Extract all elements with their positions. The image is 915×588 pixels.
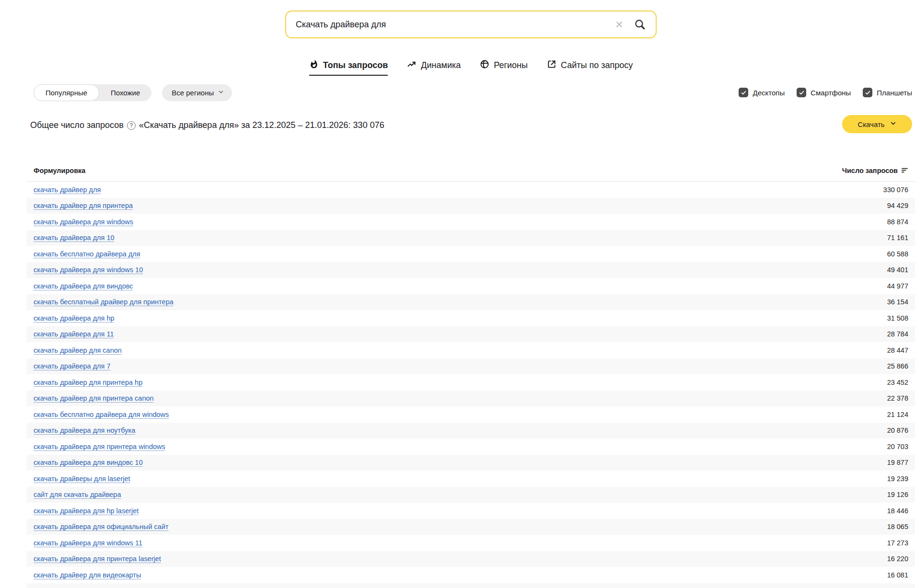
tab-top-queries[interactable]: Топы запросов (309, 59, 388, 76)
checkbox-desktops[interactable]: Десктопы (739, 88, 785, 97)
query-link[interactable]: скачать драйвера для windows 11 (34, 539, 142, 547)
table-row: скачать драйвера для windows 11 17 273 (26, 535, 915, 551)
clear-search-icon[interactable] (614, 20, 624, 29)
checkbox-checked-icon (863, 88, 872, 97)
total-queries-summary: Общее число запросов ? «Скачать драйвера… (30, 120, 384, 130)
table-row: скачать драйвера для принтера laserjet 1… (26, 551, 915, 567)
table-row: скачать драйвера для виндовс 10 19 877 (26, 455, 915, 471)
chevron-down-icon (218, 89, 224, 97)
search-input[interactable] (286, 20, 614, 30)
checkbox-checked-icon (797, 88, 806, 97)
queries-table: Формулировка Число запросов скачать драй… (26, 166, 915, 588)
query-link[interactable]: скачать драйвера для hp (34, 314, 115, 322)
tab-dynamics[interactable]: Динамика (407, 59, 461, 76)
query-count: 23 452 (887, 379, 908, 386)
query-link[interactable]: скачать драйвера для hp laserjet (34, 507, 139, 515)
checkbox-smartphones[interactable]: Смартфоны (797, 88, 851, 97)
query-link[interactable]: скачать драйвера для windows 10 (34, 266, 143, 274)
summary-rest: «Скачать драйвера для» за 23.12.2025 – 2… (139, 120, 384, 130)
column-header-count[interactable]: Число запросов (842, 166, 908, 175)
table-row: скачать драйвер для принтера hp 23 452 (26, 374, 915, 391)
tab-regions[interactable]: Регионы (480, 59, 528, 76)
query-link[interactable]: скачать драйвер для видеокарты (34, 571, 141, 579)
query-link[interactable]: скачать драйвер для принтера canon (34, 394, 154, 402)
help-icon[interactable]: ? (127, 121, 136, 130)
tab-label: Сайты по запросу (561, 60, 633, 70)
query-count: 31 508 (887, 314, 908, 322)
query-link[interactable]: скачать драйвера для виндовс 10 (34, 459, 143, 466)
query-type-segmented-control: Популярные Похожие (34, 84, 151, 101)
query-count: 49 401 (887, 266, 908, 274)
device-type-filters: Десктопы Смартфоны Планшеты (739, 88, 912, 97)
fire-icon (309, 59, 319, 71)
query-count: 36 154 (887, 298, 908, 306)
query-link[interactable]: скачать драйвера для 11 (34, 330, 114, 338)
table-row: скачать драйвера для windows 64 15 888 (26, 583, 915, 588)
query-link[interactable]: скачать драйвера для принтера laserjet (34, 555, 161, 563)
query-link[interactable]: скачать драйвера для windows (34, 218, 133, 226)
query-count: 25 866 (887, 362, 908, 370)
query-count: 28 447 (887, 346, 908, 354)
table-row: скачать драйвера для windows 88 874 (26, 214, 915, 230)
query-count: 20 876 (887, 427, 908, 434)
query-link[interactable]: скачать драйвера для принтера windows (34, 443, 165, 450)
query-link[interactable]: скачать драйвера для 7 (34, 362, 111, 370)
tab-sites-by-query[interactable]: Сайты по запросу (547, 59, 633, 76)
tab-label: Динамика (421, 60, 461, 70)
segment-popular[interactable]: Популярные (34, 84, 99, 101)
query-link[interactable]: скачать бесплатно драйвера для (34, 250, 140, 258)
checkbox-label: Смартфоны (811, 89, 851, 97)
segment-similar[interactable]: Похожие (99, 84, 151, 101)
table-row: скачать драйвера для 10 71 161 (26, 230, 915, 246)
query-link[interactable]: скачать драйвер для принтера hp (34, 379, 142, 386)
table-row: скачать драйвер для видеокарты 16 081 (26, 567, 915, 583)
tab-label: Регионы (494, 60, 528, 70)
trend-icon (407, 59, 417, 71)
table-row: скачать драйвер для canon 28 447 (26, 342, 915, 358)
checkbox-label: Планшеты (877, 89, 912, 97)
view-tabs: Топы запросов Динамика Регионы (285, 59, 657, 76)
table-row: скачать драйвера для виндовс 44 977 (26, 278, 915, 294)
table-row: скачать бесплатный драйвер для принтера … (26, 294, 915, 311)
filter-row: Популярные Похожие Все регионы (34, 84, 232, 101)
query-count: 19 877 (887, 459, 908, 466)
table-row: скачать драйвера для windows 10 49 401 (26, 262, 915, 278)
query-link[interactable]: скачать драйвера для ноутбука (34, 427, 135, 434)
query-count: 44 977 (887, 282, 908, 290)
search-bar (285, 11, 657, 38)
summary-prefix: Общее число запросов (30, 120, 124, 130)
query-link[interactable]: скачать драйвера для 10 (34, 234, 115, 242)
query-link[interactable]: скачать драйвера для официальный сайт (34, 523, 169, 530)
query-count: 19 239 (887, 475, 908, 483)
table-row: скачать бесплатно драйвера для windows 2… (26, 406, 915, 423)
region-selector[interactable]: Все регионы (162, 84, 232, 101)
external-link-icon (547, 59, 556, 71)
query-link[interactable]: скачать драйвер для canon (34, 346, 122, 354)
query-link[interactable]: скачать драйвер для (34, 186, 101, 194)
table-row: скачать драйвера для официальный сайт 18… (26, 519, 915, 535)
query-link[interactable]: скачать бесплатно драйвера для windows (34, 411, 169, 418)
checkbox-tablets[interactable]: Планшеты (863, 88, 912, 97)
query-count: 22 378 (887, 394, 908, 402)
table-header: Формулировка Число запросов (26, 166, 915, 182)
query-count: 60 588 (887, 250, 908, 258)
chevron-down-icon (890, 120, 897, 128)
globe-icon (480, 59, 489, 71)
query-link[interactable]: скачать драйверы для laserjet (34, 475, 130, 483)
tab-label: Топы запросов (323, 60, 388, 70)
column-header-query: Формулировка (34, 167, 85, 174)
download-button[interactable]: Скачать (842, 115, 912, 133)
table-row: скачать драйвера для ноутбука 20 876 (26, 423, 915, 439)
table-row: скачать бесплатно драйвера для 60 588 (26, 246, 915, 262)
query-count: 94 429 (887, 202, 908, 209)
query-link[interactable]: скачать бесплатный драйвер для принтера (34, 298, 174, 306)
query-count: 19 126 (887, 491, 908, 498)
query-link[interactable]: скачать драйвера для виндовс (34, 282, 133, 290)
query-link[interactable]: скачать драйвер для принтера (34, 202, 133, 209)
table-row: скачать драйвера для hp laserjet 18 446 (26, 503, 915, 519)
table-row: скачать драйверы для laserjet 19 239 (26, 471, 915, 487)
query-link[interactable]: сайт для скачать драйвера (34, 491, 121, 498)
query-count: 88 874 (887, 218, 908, 226)
search-icon[interactable] (634, 18, 646, 31)
checkbox-label: Десктопы (753, 89, 785, 97)
